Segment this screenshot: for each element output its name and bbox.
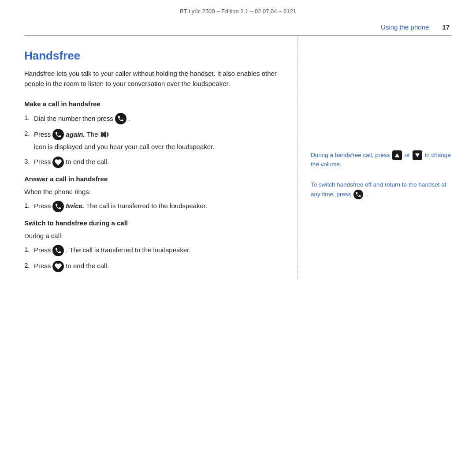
- step-2-again: again.: [66, 130, 85, 140]
- phone-icon-note2: [353, 190, 363, 199]
- svg-marker-7: [415, 153, 420, 157]
- right-column: During a handsfree call, press or to cha…: [298, 36, 452, 279]
- arrow-up-icon: [392, 150, 402, 160]
- answer-step-1-press: Press: [34, 201, 51, 211]
- svg-marker-6: [395, 153, 400, 157]
- when-rings-text: When the phone rings:: [24, 188, 279, 195]
- answer-call-steps: 1. Press twice. The call is transferred …: [24, 201, 279, 212]
- header-title: BT Lyric 2500 – Edition 2.1 – 02.07.04 –…: [180, 8, 296, 15]
- end-call-icon-1: [52, 157, 64, 168]
- answer-step-num-1: 1.: [24, 201, 34, 211]
- svg-rect-0: [100, 132, 103, 137]
- step-3-rest: to end the call.: [66, 157, 109, 167]
- side-note-1: During a handsfree call, press or to cha…: [311, 150, 452, 169]
- note1-text: During a handsfree call, press: [311, 152, 390, 158]
- make-call-step-2: 2. Press again. The: [24, 129, 279, 152]
- answer-step-1-content: Press twice. The call is transferred to …: [34, 201, 207, 212]
- step-2-press: Press: [34, 130, 51, 140]
- answer-call-heading: Answer a call in handsfree: [24, 175, 279, 183]
- step-num-3: 3.: [24, 157, 34, 167]
- answer-step-1-rest: The call is transferred to the loudspeak…: [86, 201, 207, 211]
- step-num-2: 2.: [24, 129, 34, 139]
- switch-step-1: 1. Press . The call is transferred to th…: [24, 245, 279, 256]
- phone-icon-2: [52, 129, 64, 140]
- section-label: Using the phone: [381, 23, 429, 31]
- main-content: Handsfree Handsfree lets you talk to you…: [0, 36, 476, 279]
- switch-step-1-content: Press . The call is transferred to the l…: [34, 245, 191, 256]
- step-1-period: .: [128, 114, 130, 124]
- switch-handsfree-heading: Switch to handsfree during a call: [24, 219, 279, 227]
- switch-steps: 1. Press . The call is transferred to th…: [24, 245, 279, 272]
- side-note-2: To switch handsfree off and return to th…: [311, 180, 452, 199]
- step-num-1: 1.: [24, 113, 34, 123]
- phone-icon-answer: [52, 201, 64, 212]
- switch-step-1-press: Press: [34, 245, 51, 255]
- step-3-press: Press: [34, 157, 51, 167]
- step-2-rest: icon is displayed and you hear your call…: [34, 142, 214, 152]
- header: BT Lyric 2500 – Edition 2.1 – 02.07.04 –…: [0, 0, 476, 19]
- phone-icon-switch: [52, 245, 64, 256]
- step-1-content: Dial the number then press .: [34, 113, 130, 124]
- switch-step-2: 2. Press to end the call.: [24, 261, 279, 272]
- note1-mid: or: [405, 152, 410, 158]
- intro-text: Handsfree lets you talk to your caller w…: [24, 69, 279, 89]
- answer-step-1: 1. Press twice. The call is transferred …: [24, 201, 279, 212]
- section-title: Handsfree: [24, 49, 279, 63]
- make-call-step-1: 1. Dial the number then press .: [24, 113, 279, 124]
- make-call-step-3: 3. Press to end the call.: [24, 157, 279, 168]
- step-2-the: The: [87, 130, 98, 140]
- end-call-icon-2: [52, 261, 64, 272]
- make-call-steps: 1. Dial the number then press . 2.: [24, 113, 279, 168]
- answer-step-1-twice: twice.: [66, 201, 84, 211]
- during-call-text: During a call:: [24, 232, 279, 239]
- step-3-content: Press to end the call.: [34, 157, 109, 168]
- left-column: Handsfree Handsfree lets you talk to you…: [24, 36, 298, 279]
- step-2-content: Press again. The: [34, 129, 279, 152]
- page-number: 17: [442, 23, 450, 31]
- make-call-heading: Make a call in handsfree: [24, 100, 279, 108]
- switch-step-num-1: 1.: [24, 245, 34, 255]
- arrow-down-icon: [413, 150, 422, 160]
- switch-step-2-content: Press to end the call.: [34, 261, 109, 272]
- phone-icon-1: [115, 113, 126, 124]
- note2-end: .: [366, 191, 368, 197]
- switch-step-1-rest: . The call is transferred to the loudspe…: [66, 245, 190, 255]
- note2-text: To switch handsfree off and return to th…: [311, 181, 446, 197]
- step-1-text: Dial the number then press: [34, 114, 113, 124]
- section-header: Using the phone 17: [0, 19, 476, 35]
- switch-step-2-rest: to end the call.: [66, 261, 109, 271]
- switch-step-num-2: 2.: [24, 261, 34, 271]
- switch-step-2-press: Press: [34, 261, 51, 271]
- speaker-icon: [100, 130, 110, 139]
